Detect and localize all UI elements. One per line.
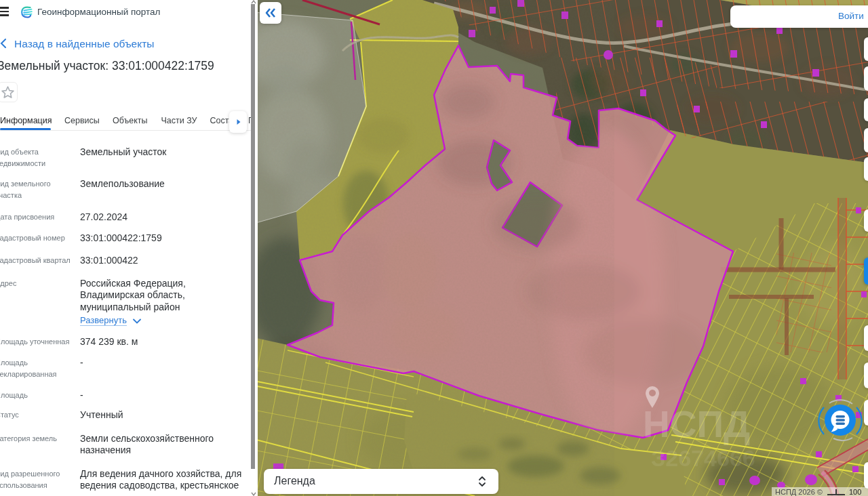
svg-text:З2674666: З2674666 [651,445,755,471]
svg-text:НСПД: НСПД [643,403,750,445]
